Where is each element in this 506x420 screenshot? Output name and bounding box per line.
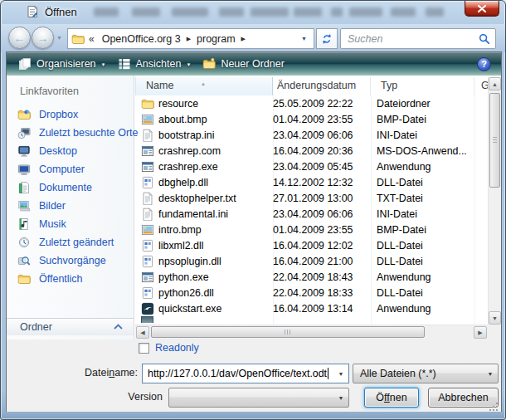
searches-icon <box>17 254 32 268</box>
open-button[interactable]: Öffnen <box>364 388 419 408</box>
sidebar-item-musik[interactable]: Musik <box>7 215 134 233</box>
music-icon <box>17 217 32 232</box>
search-box <box>340 28 496 49</box>
sidebar-item-desktop[interactable]: Desktop <box>7 142 134 160</box>
file-name: python.exe <box>154 271 269 283</box>
open-file-dialog: Öffnen ← → ▼ « OpenOffice.org 3 ▶ progra… <box>0 0 506 420</box>
back-button[interactable]: ← <box>8 27 31 49</box>
background-blur <box>251 7 289 17</box>
recent-places-icon <box>17 126 32 140</box>
search-input[interactable] <box>346 31 472 46</box>
scroll-left-button[interactable]: ◀ <box>136 326 149 339</box>
sidebar-item-label: Musik <box>39 218 66 230</box>
file-modified-date: 27.01.2009 13:00 <box>269 193 367 204</box>
vertical-scroll-thumb[interactable] <box>489 93 500 188</box>
document-icon <box>26 5 39 18</box>
version-label: Version <box>7 391 163 403</box>
column-header-date[interactable]: Änderungsdatum <box>273 77 371 95</box>
main-area: Linkfavoriten DropboxZuletzt besuchte Or… <box>7 76 501 339</box>
column-header-type[interactable]: Typ <box>371 77 474 95</box>
table-row[interactable]: npsoplugin.dll16.04.2009 21:00DLL-Datei <box>135 253 488 269</box>
column-header-size[interactable]: G <box>474 77 488 95</box>
chevron-down-icon: ▼ <box>186 61 191 67</box>
sidebar-item-zuletzt-geändert[interactable]: Zuletzt geändert <box>7 233 134 252</box>
table-row[interactable]: bootstrap.ini23.04.2009 06:06INI-Datei <box>135 127 488 143</box>
breadcrumb[interactable]: « OpenOffice.org 3 ▶ program ▶ ▼ <box>67 28 314 49</box>
breadcrumb-item-program[interactable]: program <box>191 33 241 45</box>
table-row[interactable]: crashrep.exe23.04.2009 05:45Anwendung <box>135 159 488 174</box>
table-row[interactable]: python26.dll22.04.2009 18:33DLL-Datei <box>135 285 488 300</box>
column-label: Typ <box>381 80 397 91</box>
dll-icon <box>141 286 154 300</box>
refresh-icon <box>321 33 333 45</box>
scroll-right-icon: ▶ <box>478 330 482 336</box>
address-dropdown-icon[interactable]: ▼ <box>301 36 307 42</box>
chevron-right-icon[interactable]: ▶ <box>241 36 246 42</box>
close-icon <box>478 5 486 12</box>
folders-expander[interactable]: Ordner <box>7 318 134 335</box>
titlebar[interactable]: Öffnen <box>1 1 505 24</box>
table-row[interactable]: about.bmp01.04.2009 23:55BMP-Datei <box>135 111 488 127</box>
window-title: Öffnen <box>45 6 77 18</box>
resize-grip[interactable] <box>489 400 499 410</box>
views-button[interactable]: Ansichten ▼ <box>118 57 192 71</box>
file-type: TXT-Datei <box>367 193 470 204</box>
table-row[interactable]: intro.bmp01.04.2009 23:55BMP-Datei <box>135 222 488 237</box>
vertical-scrollbar[interactable]: ▲ ▼ <box>488 77 501 325</box>
sidebar-item-dropbox[interactable]: Dropbox <box>7 105 134 124</box>
table-row[interactable]: libxml2.dll16.04.2009 12:02DLL-Datei <box>135 237 488 253</box>
scroll-right-button[interactable]: ▶ <box>474 326 487 339</box>
sidebar-item-öffentlich[interactable]: Öffentlich <box>7 270 134 288</box>
sidebar-item-zuletzt-besuchte-orte[interactable]: Zuletzt besuchte Orte <box>7 124 134 142</box>
column-header-name[interactable]: Name ▲ <box>135 77 273 95</box>
pictures-icon <box>17 199 32 213</box>
sidebar-item-dokumente[interactable]: Dokumente <box>7 178 134 197</box>
horizontal-scroll-thumb[interactable] <box>151 326 425 338</box>
sidebar-item-bilder[interactable]: Bilder <box>7 197 134 215</box>
background-blur <box>219 7 244 17</box>
forward-button[interactable]: → <box>32 27 54 49</box>
sidebar-item-computer[interactable]: Computer <box>7 160 134 178</box>
sidebar-item-suchvorgänge[interactable]: Suchvorgänge <box>7 252 134 270</box>
version-dropdown-icon: ▼ <box>333 395 348 401</box>
filename-label: Dateiname: <box>7 367 138 378</box>
organize-button[interactable]: Organisieren ▼ <box>18 57 106 71</box>
filename-dropdown-icon[interactable]: ▼ <box>333 364 348 383</box>
filetype-dropdown[interactable]: Alle Dateien (*.*) ▼ <box>353 364 499 383</box>
recent-pages-dropdown[interactable]: ▼ <box>56 35 62 41</box>
file-modified-date: 22.04.2009 18:43 <box>269 271 367 283</box>
table-row[interactable]: resource25.05.2009 22:22Dateiordner <box>135 95 488 111</box>
breadcrumb-item-openoffice[interactable]: OpenOffice.org 3 <box>96 33 187 45</box>
refresh-button[interactable] <box>316 28 338 49</box>
filename-input[interactable]: http://127.0.0.1/dav/OpenOffice/text.odt… <box>142 364 349 383</box>
new-folder-button[interactable]: Neuer Ordner <box>202 57 284 71</box>
horizontal-scrollbar[interactable]: ◀ ▶ <box>135 325 488 339</box>
table-row[interactable]: python.exe22.04.2009 18:43Anwendung <box>135 269 488 285</box>
sidebar-item-label: Öffentlich <box>39 273 83 285</box>
table-row[interactable]: crashrep.com16.04.2009 20:36MS-DOS-Anwen… <box>135 143 488 159</box>
new-folder-label: Neuer Ordner <box>221 58 284 70</box>
breadcrumb-overflow-chevron[interactable]: « <box>89 33 95 45</box>
version-dropdown[interactable]: ▼ <box>168 388 349 408</box>
file-type: DLL-Datei <box>367 240 470 252</box>
partially-visible-row <box>141 316 153 323</box>
search-icon[interactable] <box>479 33 490 45</box>
text-icon <box>141 208 154 221</box>
file-type: MS-DOS-Anwend... <box>367 145 470 157</box>
scroll-up-button[interactable]: ▲ <box>489 77 501 90</box>
close-button[interactable] <box>465 1 499 17</box>
table-row[interactable]: dbghelp.dll14.12.2002 12:32DLL-Datei <box>135 174 488 190</box>
table-row[interactable]: desktophelper.txt27.01.2009 13:00TXT-Dat… <box>135 190 488 206</box>
scroll-up-icon: ▲ <box>492 81 498 87</box>
scroll-down-button[interactable]: ▼ <box>489 311 501 325</box>
file-modified-date: 01.04.2009 23:55 <box>269 114 367 125</box>
table-row[interactable]: fundamental.ini23.04.2009 06:06INI-Datei <box>135 206 488 222</box>
table-row[interactable]: quickstart.exe16.04.2009 13:14Anwendung <box>135 300 488 316</box>
image-icon <box>141 223 154 237</box>
readonly-checkbox[interactable] <box>139 343 149 354</box>
recently-changed-icon <box>17 236 32 250</box>
sort-ascending-icon: ▲ <box>201 77 206 93</box>
column-label: Name <box>146 80 173 91</box>
help-button[interactable]: ? <box>477 57 491 71</box>
file-name: npsoplugin.dll <box>154 256 269 267</box>
